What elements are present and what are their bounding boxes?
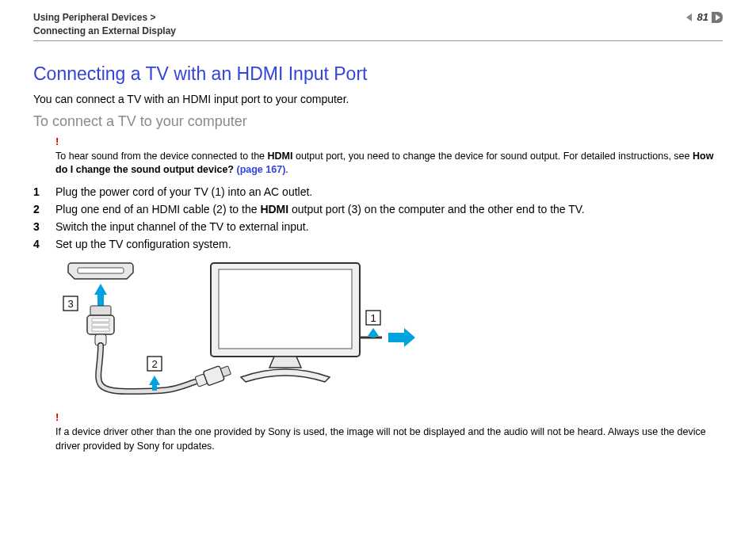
warning-icon: ! xyxy=(55,410,723,425)
page-header: Using Peripheral Devices > Connecting an… xyxy=(33,11,723,41)
page-link-167[interactable]: (page 167) xyxy=(236,164,285,175)
callout-1: 1 xyxy=(366,311,380,338)
warning-icon: ! xyxy=(55,135,723,149)
prev-page-icon[interactable] xyxy=(685,13,694,22)
tv-icon xyxy=(211,263,360,382)
svg-text:3: 3 xyxy=(67,298,73,310)
notice-driver: ! If a device driver other than the one … xyxy=(55,410,723,453)
arrow-right-icon xyxy=(388,328,415,347)
callout-3: 3 xyxy=(63,296,78,311)
step-3: 3 Switch the input channel of the TV to … xyxy=(33,220,723,233)
svg-marker-24 xyxy=(388,328,415,347)
step-1: 1 Plug the power cord of your TV (1) int… xyxy=(33,185,723,198)
callout-2: 2 xyxy=(147,357,162,391)
breadcrumb-separator: > xyxy=(150,12,155,23)
svg-rect-19 xyxy=(219,269,352,349)
connection-diagram: 3 2 xyxy=(55,258,723,404)
breadcrumb-section: Using Peripheral Devices xyxy=(33,12,147,23)
notice-text: To hear sound from the device connected … xyxy=(55,151,713,176)
svg-marker-23 xyxy=(368,328,379,338)
svg-text:2: 2 xyxy=(151,358,157,370)
intro-text: You can connect a TV with an HDMI input … xyxy=(33,93,723,105)
svg-rect-4 xyxy=(90,306,111,315)
svg-marker-0 xyxy=(686,13,692,21)
breadcrumb-page: Connecting an External Display xyxy=(33,25,176,36)
svg-rect-2 xyxy=(78,268,124,273)
page-number: 81 xyxy=(697,11,708,23)
notice-sound-output: ! To hear sound from the device connecte… xyxy=(55,135,723,177)
page-title: Connecting a TV with an HDMI Input Port xyxy=(33,63,723,85)
svg-rect-7 xyxy=(92,323,109,326)
step-2: 2 Plug one end of an HDMI cable (2) to t… xyxy=(33,203,723,216)
arrow-up-icon xyxy=(94,284,107,306)
svg-rect-6 xyxy=(92,318,109,322)
svg-rect-8 xyxy=(92,328,109,331)
step-4: 4 Set up the TV configuration system. xyxy=(33,238,723,250)
next-page-icon[interactable] xyxy=(712,12,723,23)
svg-text:1: 1 xyxy=(370,312,376,324)
breadcrumb: Using Peripheral Devices > Connecting an… xyxy=(33,11,176,39)
steps-list: 1 Plug the power cord of your TV (1) int… xyxy=(33,185,723,250)
hdmi-port-icon xyxy=(68,263,133,279)
notice-text: If a device driver other than the one pr… xyxy=(55,426,706,452)
page-nav: 81 xyxy=(685,11,723,23)
subheading: To connect a TV to your computer xyxy=(33,113,723,130)
svg-marker-3 xyxy=(94,284,107,306)
hdmi-connector-icon xyxy=(87,306,114,345)
